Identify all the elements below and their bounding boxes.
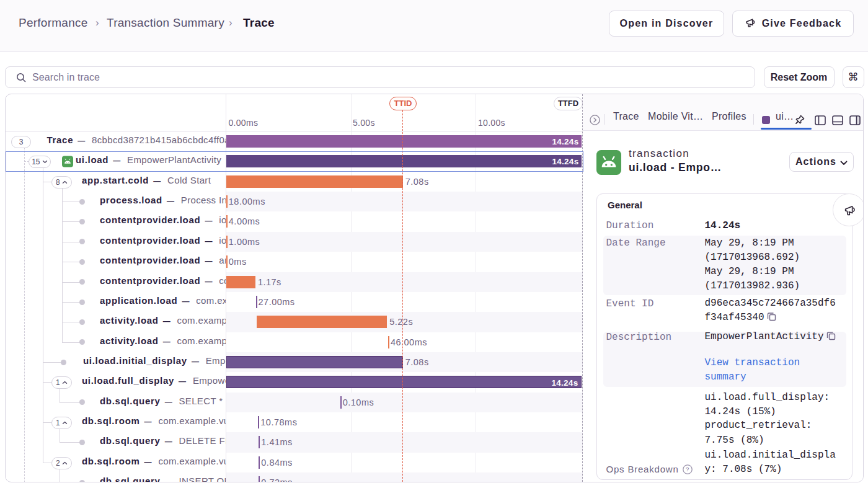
- svg-text:?: ?: [686, 466, 689, 472]
